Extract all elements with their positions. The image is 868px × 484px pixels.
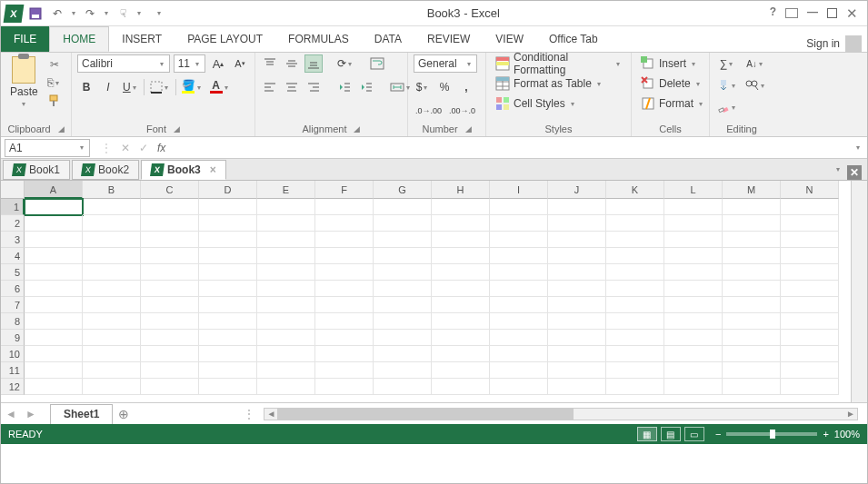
align-top-button[interactable] xyxy=(261,54,279,73)
cell[interactable] xyxy=(490,362,548,379)
cell[interactable] xyxy=(723,281,781,297)
cell[interactable] xyxy=(723,346,781,362)
align-center-button[interactable] xyxy=(283,78,301,96)
cell[interactable] xyxy=(315,379,374,395)
cell[interactable] xyxy=(723,215,781,232)
cell[interactable] xyxy=(374,232,432,248)
row-header[interactable]: 10 xyxy=(1,346,25,362)
name-box[interactable]: A1▾ xyxy=(5,139,90,157)
cell[interactable] xyxy=(257,215,315,232)
cell[interactable] xyxy=(490,313,548,330)
cell[interactable] xyxy=(257,346,315,362)
workbook-tab[interactable]: XBook1 xyxy=(3,160,70,180)
format-painter-button[interactable] xyxy=(45,93,64,109)
align-left-button[interactable] xyxy=(261,78,279,96)
cell[interactable] xyxy=(606,313,664,330)
cell[interactable] xyxy=(141,281,199,297)
cell[interactable] xyxy=(606,199,664,215)
row-header[interactable]: 4 xyxy=(1,248,25,264)
cut-button[interactable]: ✂ xyxy=(45,56,64,73)
cell[interactable] xyxy=(25,313,83,330)
cell[interactable] xyxy=(25,232,83,248)
cell[interactable] xyxy=(374,346,432,362)
cell[interactable] xyxy=(257,379,315,395)
cell[interactable] xyxy=(374,248,432,264)
cell[interactable] xyxy=(490,379,548,395)
cell[interactable] xyxy=(25,281,83,297)
cell[interactable] xyxy=(781,313,839,330)
cell[interactable] xyxy=(141,232,199,248)
cell[interactable] xyxy=(199,313,257,330)
find-select-button[interactable]: ▾ xyxy=(743,76,768,94)
cell[interactable] xyxy=(432,313,490,330)
cell[interactable] xyxy=(374,330,432,346)
cell[interactable] xyxy=(141,313,199,330)
cell[interactable] xyxy=(664,346,723,362)
cell[interactable] xyxy=(432,215,490,232)
qat-undo-button[interactable]: ↶ xyxy=(48,5,66,23)
column-header[interactable]: D xyxy=(199,181,257,199)
view-normal-button[interactable]: ▦ xyxy=(637,427,657,441)
cell[interactable] xyxy=(432,330,490,346)
cell-styles-button[interactable]: Cell Styles▾ xyxy=(492,94,625,113)
cell[interactable] xyxy=(723,362,781,379)
workbook-tab[interactable]: XBook3× xyxy=(141,160,226,180)
fill-color-button[interactable]: 🪣▾ xyxy=(180,78,205,96)
cell[interactable] xyxy=(606,281,664,297)
cell[interactable] xyxy=(315,281,374,297)
sheet-nav-prev[interactable]: ◄ xyxy=(1,408,21,420)
cell[interactable] xyxy=(25,362,83,379)
tab-data[interactable]: DATA xyxy=(362,26,414,52)
column-header[interactable]: A xyxy=(25,181,83,199)
cell[interactable] xyxy=(315,199,374,215)
cell[interactable] xyxy=(490,346,548,362)
cell[interactable] xyxy=(548,313,606,330)
qat-touch-button[interactable]: ☟ xyxy=(114,5,132,23)
cell[interactable] xyxy=(664,297,723,313)
cell[interactable] xyxy=(374,297,432,313)
cell[interactable] xyxy=(606,330,664,346)
cell[interactable] xyxy=(781,297,839,313)
cell[interactable] xyxy=(83,264,141,281)
cell[interactable] xyxy=(199,199,257,215)
cell[interactable] xyxy=(315,232,374,248)
cell[interactable] xyxy=(83,379,141,395)
decrease-indent-button[interactable] xyxy=(335,78,354,96)
cell[interactable] xyxy=(723,313,781,330)
cell[interactable] xyxy=(199,248,257,264)
cell[interactable] xyxy=(490,215,548,232)
cell[interactable] xyxy=(199,297,257,313)
fill-button[interactable]: ▾ xyxy=(715,76,739,94)
column-header[interactable]: C xyxy=(141,181,199,199)
cell[interactable] xyxy=(83,232,141,248)
cell[interactable] xyxy=(781,346,839,362)
cell[interactable] xyxy=(25,215,83,232)
cell[interactable] xyxy=(781,281,839,297)
cell[interactable] xyxy=(374,199,432,215)
comma-format-button[interactable]: , xyxy=(457,78,475,96)
row-header[interactable]: 3 xyxy=(1,232,25,248)
close-button[interactable]: ✕ xyxy=(846,5,858,22)
cell[interactable] xyxy=(664,232,723,248)
cell[interactable] xyxy=(606,232,664,248)
format-as-table-button[interactable]: Format as Table▾ xyxy=(492,74,625,93)
horizontal-scrollbar[interactable]: ◄► xyxy=(264,408,858,420)
row-header[interactable]: 6 xyxy=(1,281,25,297)
delete-cells-button[interactable]: Delete▾ xyxy=(637,74,708,93)
cell[interactable] xyxy=(315,264,374,281)
decrease-font-button[interactable]: A▾ xyxy=(231,54,249,73)
cell[interactable] xyxy=(25,330,83,346)
cell[interactable] xyxy=(548,346,606,362)
qat-save-button[interactable] xyxy=(26,5,45,23)
column-header[interactable]: M xyxy=(723,181,781,199)
italic-button[interactable]: I xyxy=(99,78,117,96)
tab-formulas[interactable]: FORMULAS xyxy=(275,26,362,52)
cell[interactable] xyxy=(199,330,257,346)
cell[interactable] xyxy=(664,313,723,330)
cell[interactable] xyxy=(374,215,432,232)
cell[interactable] xyxy=(664,362,723,379)
sheet-tab[interactable]: Sheet1 xyxy=(50,404,113,424)
cell[interactable] xyxy=(141,297,199,313)
cell[interactable] xyxy=(141,215,199,232)
cell[interactable] xyxy=(548,248,606,264)
